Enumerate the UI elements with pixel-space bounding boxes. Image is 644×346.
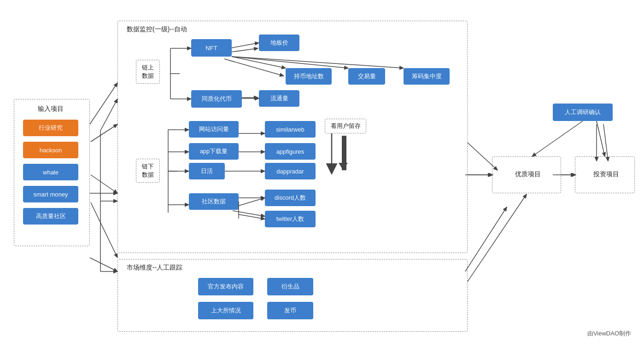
svg-line-15 [603, 124, 608, 161]
market-item-2: 衍生品 [267, 278, 313, 295]
nft-box: NFT [191, 39, 232, 57]
quality-project-label: 优质项目 [515, 170, 541, 179]
market-item-3: 上大所情况 [198, 302, 253, 319]
market-item-1: 官方发布内容 [198, 278, 253, 295]
research-confirm-box: 人工调研确认 [553, 104, 613, 121]
discord-box: discord人数 [265, 190, 316, 206]
svg-line-0 [90, 83, 117, 124]
twitter-box: twitter人数 [265, 211, 316, 227]
dappradar-box: dappradar [265, 163, 316, 179]
svg-line-2 [90, 258, 117, 271]
market-item-4: 发币 [267, 302, 313, 319]
chain-on-label: 链上数据 [136, 60, 160, 84]
input-item-4: smart money [23, 186, 78, 202]
daily-active-box: 日活 [189, 163, 225, 179]
similarweb-box: similarweb [265, 121, 316, 138]
floor-price-box: 地板价 [259, 35, 299, 51]
svg-line-12 [465, 207, 507, 271]
retention-label: 看用户留存 [325, 119, 366, 133]
input-section-title: 输入项目 [38, 105, 64, 113]
chain-off-label: 链下数据 [136, 159, 160, 183]
watermark: 由ViewDAO制作 [587, 329, 631, 338]
input-item-2: hackson [23, 142, 78, 158]
svg-line-32 [468, 194, 527, 282]
svg-line-28 [91, 175, 117, 193]
diagram-wrapper: 输入项目 行业研究 hackson whale smart money 高质量社… [0, 0, 644, 346]
holder-count-box: 持币地址数 [286, 68, 332, 85]
volume-box: 交易量 [348, 68, 385, 85]
appfigures-box: appfigures [265, 143, 316, 160]
invest-project-label: 投资项目 [593, 170, 619, 179]
fungible-box: 同质化代币 [191, 90, 242, 108]
data-monitoring-title: 数据监控(一级)--自动 [127, 25, 187, 34]
input-item-3: whale [23, 164, 78, 180]
svg-line-37 [100, 99, 117, 131]
svg-line-34 [532, 121, 583, 156]
input-item-5: 高质量社区 [23, 208, 78, 225]
market-section-title: 市场维度--人工跟踪 [127, 264, 182, 272]
input-item-1: 行业研究 [23, 120, 78, 136]
retention-arrow-body [342, 136, 346, 170]
website-traffic-box: 网站访问量 [189, 121, 239, 138]
concentration-box: 筹码集中度 [404, 68, 450, 85]
community-data-box: 社区数据 [189, 193, 239, 210]
app-downloads-box: app下载量 [189, 143, 239, 160]
circulation-box: 流通量 [259, 90, 299, 107]
svg-line-35 [597, 121, 605, 156]
svg-line-29 [91, 202, 117, 258]
svg-line-27 [91, 124, 117, 142]
